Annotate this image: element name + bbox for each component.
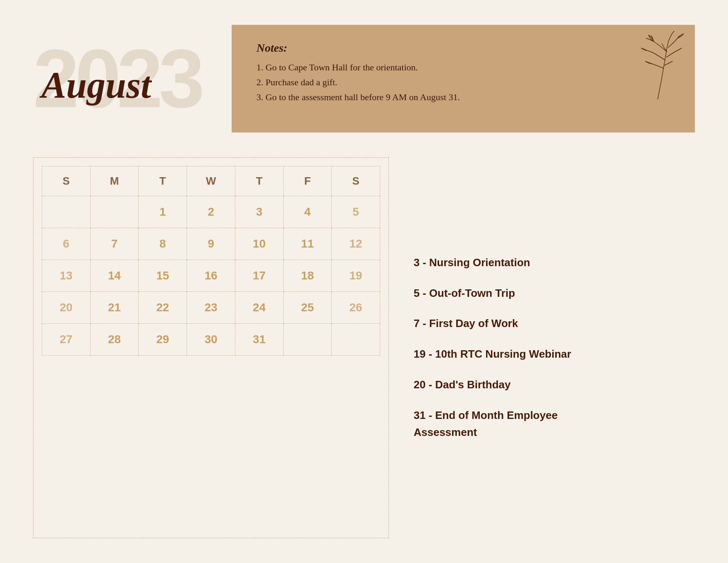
note-item-3: 3. Go to the assessment hall before 9 AM…: [256, 92, 629, 103]
day-header-fri: F: [283, 166, 332, 196]
leaf-decoration-icon: [629, 29, 687, 103]
calendar-day: [90, 196, 139, 228]
day-header-thu: T: [235, 166, 283, 196]
main-content: S M T W T F S 12345678910111213141516171…: [33, 157, 695, 538]
calendar-week-4: 2728293031: [42, 324, 380, 356]
notes-heading: Notes:: [256, 41, 629, 55]
event-item-2: 7 - First Day of Work: [414, 310, 695, 337]
day-header-tue: T: [139, 166, 187, 196]
calendar-day: 30: [187, 324, 235, 356]
calendar-container: S M T W T F S 12345678910111213141516171…: [33, 157, 389, 538]
calendar-day: 18: [283, 260, 332, 292]
page: 2023 August Notes: 1. Go to Cape Town Ha…: [0, 0, 728, 563]
event-item-4: 20 - Dad's Birthday: [414, 371, 695, 399]
calendar-day: 19: [332, 260, 380, 292]
note-item-2: 2. Purchase dad a gift.: [256, 77, 629, 88]
title-section: 2023 August: [33, 25, 232, 132]
calendar-day: 20: [42, 292, 91, 324]
calendar-day: 1: [139, 196, 187, 228]
calendar-day: 5: [332, 196, 380, 228]
calendar-day: 14: [90, 260, 139, 292]
calendar-day: 4: [283, 196, 332, 228]
calendar-day: 24: [235, 292, 283, 324]
calendar-day: 27: [42, 324, 91, 356]
event-continuation-5: Assessment: [414, 426, 695, 446]
notes-list: 1. Go to Cape Town Hall for the orientat…: [256, 62, 629, 103]
calendar-day: 15: [139, 260, 187, 292]
calendar-day: 22: [139, 292, 187, 324]
calendar-week-0: 12345: [42, 196, 380, 228]
event-item-0: 3 - Nursing Orientation: [414, 249, 695, 277]
calendar-day: 12: [332, 228, 380, 260]
event-item-3: 19 - 10th RTC Nursing Webinar: [414, 341, 695, 368]
calendar-day: 7: [90, 228, 139, 260]
calendar-day: 13: [42, 260, 91, 292]
day-header-sun: S: [42, 166, 91, 196]
month-title: August: [41, 64, 151, 106]
calendar-grid: S M T W T F S 12345678910111213141516171…: [42, 166, 380, 356]
calendar-day: 8: [139, 228, 187, 260]
day-header-mon: M: [90, 166, 139, 196]
calendar-week-1: 6789101112: [42, 228, 380, 260]
calendar-day: 31: [235, 324, 283, 356]
calendar-day: 21: [90, 292, 139, 324]
calendar-day: [283, 324, 332, 356]
day-header-sat: S: [332, 166, 380, 196]
calendar-day: 11: [283, 228, 332, 260]
calendar-day: 17: [235, 260, 283, 292]
calendar-day: 23: [187, 292, 235, 324]
notes-panel: Notes: 1. Go to Cape Town Hall for the o…: [232, 25, 695, 132]
calendar-day: 3: [235, 196, 283, 228]
calendar-day: 9: [187, 228, 235, 260]
calendar-header-row: S M T W T F S: [42, 166, 380, 196]
event-item-1: 5 - Out-of-Town Trip: [414, 280, 695, 307]
header-section: 2023 August Notes: 1. Go to Cape Town Ha…: [33, 25, 695, 132]
event-item-5: 31 - End of Month Employee: [414, 402, 695, 423]
calendar-week-3: 20212223242526: [42, 292, 380, 324]
calendar-day: 28: [90, 324, 139, 356]
calendar-day: 10: [235, 228, 283, 260]
note-item-1: 1. Go to Cape Town Hall for the orientat…: [256, 62, 629, 73]
calendar-day: 6: [42, 228, 91, 260]
calendar-day: 29: [139, 324, 187, 356]
calendar-day: 25: [283, 292, 332, 324]
calendar-day: 16: [187, 260, 235, 292]
calendar-week-2: 13141516171819: [42, 260, 380, 292]
day-header-wed: W: [187, 166, 235, 196]
events-panel: 3 - Nursing Orientation5 - Out-of-Town T…: [414, 157, 695, 538]
calendar-day: 2: [187, 196, 235, 228]
calendar-day: [332, 324, 380, 356]
calendar-day: 26: [332, 292, 380, 324]
calendar-day: [42, 196, 91, 228]
